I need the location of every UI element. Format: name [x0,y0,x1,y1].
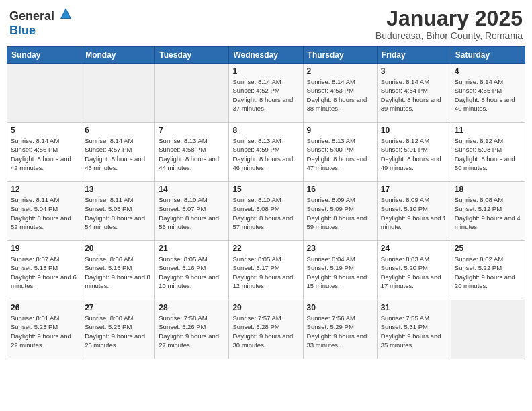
day-info: Sunrise: 8:05 AM Sunset: 5:16 PM Dayligh… [159,255,225,290]
day-info: Sunrise: 8:13 AM Sunset: 4:58 PM Dayligh… [159,136,225,172]
calendar-cell: 14Sunrise: 8:10 AM Sunset: 5:07 PM Dayli… [155,182,229,241]
day-number: 8 [232,126,299,135]
calendar-table: SundayMondayTuesdayWednesdayThursdayFrid… [7,46,525,359]
weekday-header: Saturday [451,47,525,64]
day-info: Sunrise: 8:01 AM Sunset: 5:23 PM Dayligh… [11,314,77,349]
calendar-cell: 6Sunrise: 8:14 AM Sunset: 4:57 PM Daylig… [81,123,155,182]
calendar-week-row: 5Sunrise: 8:14 AM Sunset: 4:56 PM Daylig… [7,123,525,182]
day-info: Sunrise: 8:04 AM Sunset: 5:19 PM Dayligh… [307,255,373,290]
calendar-cell: 10Sunrise: 8:12 AM Sunset: 5:01 PM Dayli… [377,123,451,182]
day-number: 23 [307,244,373,253]
calendar-cell: 25Sunrise: 8:02 AM Sunset: 5:22 PM Dayli… [451,241,525,300]
calendar-week-row: 1Sunrise: 8:14 AM Sunset: 4:52 PM Daylig… [7,64,525,123]
day-number: 11 [455,126,521,135]
calendar-cell: 27Sunrise: 8:00 AM Sunset: 5:25 PM Dayli… [81,300,155,359]
calendar-cell: 7Sunrise: 8:13 AM Sunset: 4:58 PM Daylig… [155,123,229,182]
day-info: Sunrise: 8:14 AM Sunset: 4:57 PM Dayligh… [85,136,151,172]
calendar-cell: 4Sunrise: 8:14 AM Sunset: 4:55 PM Daylig… [451,64,525,123]
day-number: 18 [455,185,521,194]
day-info: Sunrise: 7:55 AM Sunset: 5:31 PM Dayligh… [381,314,447,349]
logo-icon [59,7,73,20]
day-number: 25 [455,244,521,253]
day-number: 16 [307,185,373,194]
calendar-week-row: 26Sunrise: 8:01 AM Sunset: 5:23 PM Dayli… [7,300,525,359]
calendar-cell: 17Sunrise: 8:09 AM Sunset: 5:10 PM Dayli… [377,182,451,241]
location-subtitle: Budureasa, Bihor County, Romania [375,30,523,41]
calendar-cell: 8Sunrise: 8:13 AM Sunset: 4:59 PM Daylig… [229,123,303,182]
calendar-cell: 23Sunrise: 8:04 AM Sunset: 5:19 PM Dayli… [303,241,377,300]
calendar-cell: 20Sunrise: 8:06 AM Sunset: 5:15 PM Dayli… [81,241,155,300]
day-number: 29 [232,303,299,312]
title-block: January 2025 Budureasa, Bihor County, Ro… [375,7,523,41]
day-info: Sunrise: 8:05 AM Sunset: 5:17 PM Dayligh… [232,255,299,290]
calendar-cell: 21Sunrise: 8:05 AM Sunset: 5:16 PM Dayli… [155,241,229,300]
weekday-header: Wednesday [229,47,303,64]
calendar-cell [81,64,155,123]
day-info: Sunrise: 7:56 AM Sunset: 5:29 PM Dayligh… [307,314,373,349]
weekday-header: Sunday [7,47,81,64]
day-info: Sunrise: 8:13 AM Sunset: 4:59 PM Dayligh… [232,136,299,172]
calendar-cell: 26Sunrise: 8:01 AM Sunset: 5:23 PM Dayli… [7,300,81,359]
calendar-cell: 16Sunrise: 8:09 AM Sunset: 5:09 PM Dayli… [303,182,377,241]
calendar-cell: 19Sunrise: 8:07 AM Sunset: 5:13 PM Dayli… [7,241,81,300]
day-number: 17 [381,185,447,194]
day-info: Sunrise: 7:57 AM Sunset: 5:28 PM Dayligh… [232,314,299,349]
day-info: Sunrise: 8:09 AM Sunset: 5:09 PM Dayligh… [307,195,373,231]
day-number: 24 [381,244,447,253]
calendar-cell [451,300,525,359]
logo: General Blue [9,7,73,38]
weekday-header: Friday [377,47,451,64]
day-number: 10 [381,126,447,135]
day-info: Sunrise: 7:58 AM Sunset: 5:26 PM Dayligh… [159,314,225,349]
day-info: Sunrise: 8:14 AM Sunset: 4:52 PM Dayligh… [232,77,299,113]
day-info: Sunrise: 8:08 AM Sunset: 5:12 PM Dayligh… [455,195,521,231]
calendar-cell: 15Sunrise: 8:10 AM Sunset: 5:08 PM Dayli… [229,182,303,241]
day-number: 27 [85,303,151,312]
day-number: 6 [85,126,151,135]
day-number: 12 [11,185,77,194]
page-header: General Blue January 2025 Budureasa, Bih… [7,7,525,41]
day-number: 21 [159,244,225,253]
weekday-header: Thursday [303,47,377,64]
calendar-cell: 9Sunrise: 8:13 AM Sunset: 5:00 PM Daylig… [303,123,377,182]
day-number: 30 [307,303,373,312]
calendar-cell: 1Sunrise: 8:14 AM Sunset: 4:52 PM Daylig… [229,64,303,123]
logo-blue: Blue [9,24,36,37]
day-number: 3 [381,66,447,76]
calendar-cell: 11Sunrise: 8:12 AM Sunset: 5:03 PM Dayli… [451,123,525,182]
day-number: 22 [232,244,299,253]
day-number: 13 [85,185,151,194]
day-info: Sunrise: 8:14 AM Sunset: 4:56 PM Dayligh… [11,136,77,172]
day-info: Sunrise: 8:06 AM Sunset: 5:15 PM Dayligh… [85,255,151,290]
weekday-header: Tuesday [155,47,229,64]
day-number: 19 [11,244,77,253]
day-info: Sunrise: 8:13 AM Sunset: 5:00 PM Dayligh… [307,136,373,172]
calendar-cell: 12Sunrise: 8:11 AM Sunset: 5:04 PM Dayli… [7,182,81,241]
day-info: Sunrise: 8:12 AM Sunset: 5:01 PM Dayligh… [381,136,447,172]
calendar-cell: 3Sunrise: 8:14 AM Sunset: 4:54 PM Daylig… [377,64,451,123]
day-info: Sunrise: 8:14 AM Sunset: 4:54 PM Dayligh… [381,77,447,113]
day-number: 15 [232,185,299,194]
calendar-cell: 5Sunrise: 8:14 AM Sunset: 4:56 PM Daylig… [7,123,81,182]
day-info: Sunrise: 8:10 AM Sunset: 5:08 PM Dayligh… [232,195,299,231]
day-number: 7 [159,126,225,135]
day-number: 2 [307,66,373,76]
calendar-cell: 28Sunrise: 7:58 AM Sunset: 5:26 PM Dayli… [155,300,229,359]
logo-general: General [9,9,54,23]
day-number: 26 [11,303,77,312]
day-number: 31 [381,303,447,312]
calendar-cell: 13Sunrise: 8:11 AM Sunset: 5:05 PM Dayli… [81,182,155,241]
day-number: 4 [455,66,521,76]
month-title: January 2025 [375,7,523,30]
day-number: 14 [159,185,225,194]
day-number: 28 [159,303,225,312]
calendar-cell: 2Sunrise: 8:14 AM Sunset: 4:53 PM Daylig… [303,64,377,123]
day-info: Sunrise: 8:11 AM Sunset: 5:05 PM Dayligh… [85,195,151,231]
calendar-week-row: 19Sunrise: 8:07 AM Sunset: 5:13 PM Dayli… [7,241,525,300]
day-number: 9 [307,126,373,135]
calendar-header-row: SundayMondayTuesdayWednesdayThursdayFrid… [7,47,525,64]
day-info: Sunrise: 8:03 AM Sunset: 5:20 PM Dayligh… [381,255,447,290]
day-info: Sunrise: 8:12 AM Sunset: 5:03 PM Dayligh… [455,136,521,172]
day-info: Sunrise: 8:11 AM Sunset: 5:04 PM Dayligh… [11,195,77,231]
calendar-cell: 24Sunrise: 8:03 AM Sunset: 5:20 PM Dayli… [377,241,451,300]
